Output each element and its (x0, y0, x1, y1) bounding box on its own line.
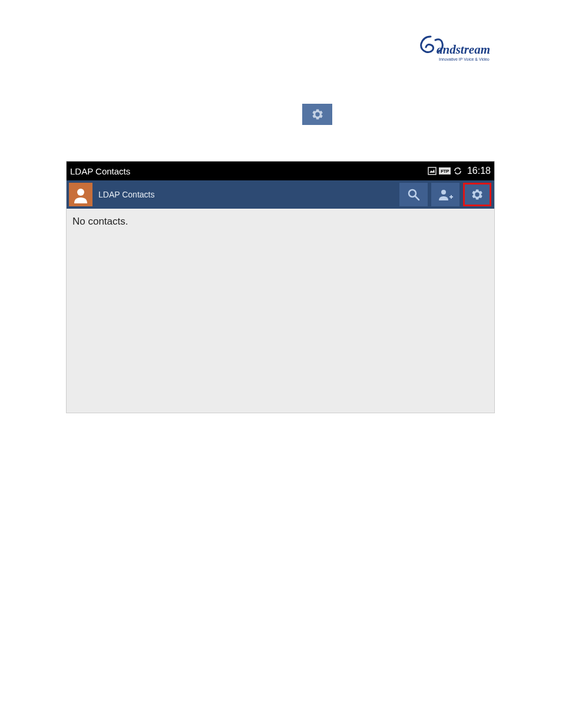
brand-logo: andstream Innovative IP Voice & Video (418, 35, 494, 71)
add-contact-button[interactable] (431, 183, 459, 206)
search-button[interactable] (399, 183, 428, 206)
app-toolbar: LDAP Contacts (67, 180, 494, 209)
status-time: 16:18 (467, 166, 491, 176)
settings-button[interactable] (463, 183, 491, 206)
svg-point-4 (77, 189, 84, 196)
toolbar-title: LDAP Contacts (98, 190, 399, 199)
svg-point-7 (441, 190, 446, 195)
svg-marker-1 (429, 169, 435, 173)
gear-icon (471, 188, 484, 201)
ftp-icon: FTP (439, 167, 451, 174)
status-bar: LDAP Contacts FTP 16:18 (67, 162, 494, 180)
device-screenshot: LDAP Contacts FTP 16:18 LDAP Contacts (66, 161, 495, 413)
status-bar-title: LDAP Contacts (70, 166, 428, 176)
brand-tagline: Innovative IP Voice & Video (439, 57, 490, 61)
svg-marker-3 (455, 172, 456, 174)
search-icon (406, 187, 421, 202)
svg-marker-2 (459, 168, 461, 170)
contacts-list-area: No contacts. (67, 209, 494, 235)
picture-icon (428, 167, 437, 175)
empty-state-message: No contacts. (72, 216, 128, 227)
toolbar-actions (399, 183, 491, 206)
status-icons: FTP 16:18 (428, 166, 491, 176)
inline-settings-icon-box (302, 104, 332, 125)
brand-name: andstream (437, 42, 490, 57)
add-person-icon (438, 189, 453, 200)
svg-line-6 (415, 196, 419, 200)
gear-icon (311, 108, 324, 121)
svg-rect-0 (428, 167, 436, 174)
sync-icon (453, 166, 462, 176)
person-icon (72, 186, 90, 203)
contacts-app-icon (69, 183, 92, 206)
